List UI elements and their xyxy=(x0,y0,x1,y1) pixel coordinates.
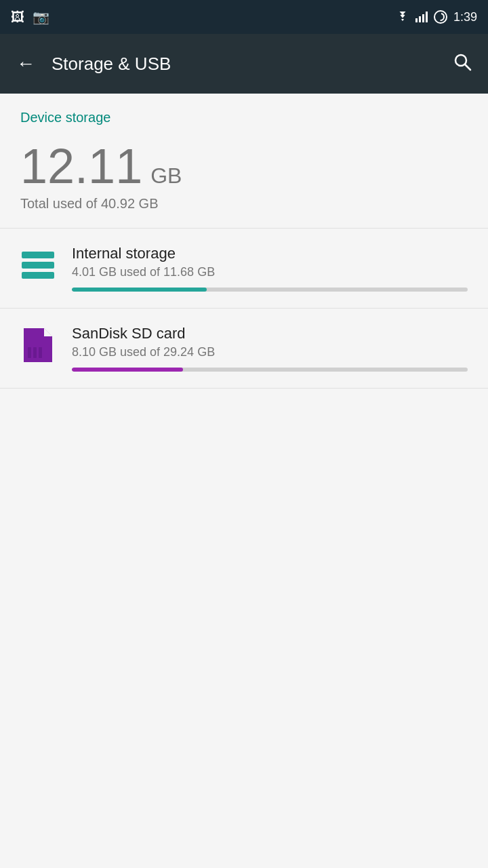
signal-icon xyxy=(415,12,428,22)
total-storage: 12.11 GB Total used of 40.92 GB xyxy=(0,136,488,228)
svg-rect-8 xyxy=(28,347,31,358)
sdcard-progress-bar xyxy=(72,368,468,372)
internal-storage-icon xyxy=(20,248,56,283)
wifi-icon xyxy=(395,12,410,22)
content: Device storage 12.11 GB Total used of 40… xyxy=(0,94,488,868)
icon-bar-3 xyxy=(22,272,54,279)
icon-bar-2 xyxy=(22,262,54,269)
divider-3 xyxy=(0,388,488,389)
svg-rect-1 xyxy=(419,16,421,22)
svg-line-7 xyxy=(465,64,470,70)
status-bar-right: 1:39 xyxy=(395,9,477,24)
svg-rect-3 xyxy=(426,12,428,22)
section-header: Device storage xyxy=(0,94,488,136)
sdcard-icon xyxy=(24,328,52,362)
svg-rect-10 xyxy=(39,347,42,358)
svg-rect-9 xyxy=(33,347,37,358)
status-bar: 🖼 📷 1:39 xyxy=(0,0,488,34)
internal-storage-name: Internal storage xyxy=(72,245,468,262)
sdcard-progress-fill xyxy=(72,368,183,372)
svg-point-4 xyxy=(434,11,447,23)
svg-rect-2 xyxy=(422,14,424,22)
storage-number: 12.11 xyxy=(20,142,142,191)
internal-storage-used: 4.01 GB used of 11.68 GB xyxy=(72,265,468,279)
internal-icon-graphic xyxy=(22,252,54,279)
internal-storage-info: Internal storage 4.01 GB used of 11.68 G… xyxy=(72,245,468,292)
svg-point-5 xyxy=(437,14,444,20)
internal-storage-item[interactable]: Internal storage 4.01 GB used of 11.68 G… xyxy=(0,229,488,308)
internal-progress-bar xyxy=(72,288,468,292)
sdcard-storage-used: 8.10 GB used of 29.24 GB xyxy=(72,345,468,359)
battery-icon xyxy=(433,9,448,24)
status-time: 1:39 xyxy=(453,10,477,24)
storage-total-label: Total used of 40.92 GB xyxy=(20,196,468,212)
camera-icon: 📷 xyxy=(33,9,49,25)
search-button[interactable] xyxy=(453,52,472,76)
storage-unit: GB xyxy=(150,163,182,189)
sdcard-storage-info: SanDisk SD card 8.10 GB used of 29.24 GB xyxy=(72,325,468,372)
status-bar-left: 🖼 📷 xyxy=(11,9,49,25)
app-bar: ← Storage & USB xyxy=(0,34,488,94)
page-title: Storage & USB xyxy=(52,54,453,75)
sdcard-storage-item[interactable]: SanDisk SD card 8.10 GB used of 29.24 GB xyxy=(0,309,488,388)
storage-amount: 12.11 GB xyxy=(20,142,468,191)
gallery-icon: 🖼 xyxy=(11,9,24,25)
back-button[interactable]: ← xyxy=(16,54,35,73)
icon-bar-1 xyxy=(22,252,54,258)
search-icon xyxy=(453,52,472,71)
sdcard-storage-name: SanDisk SD card xyxy=(72,325,468,342)
sdcard-icon-container xyxy=(20,328,56,363)
svg-rect-0 xyxy=(415,18,418,22)
internal-progress-fill xyxy=(72,288,207,292)
section-title: Device storage xyxy=(20,110,110,125)
